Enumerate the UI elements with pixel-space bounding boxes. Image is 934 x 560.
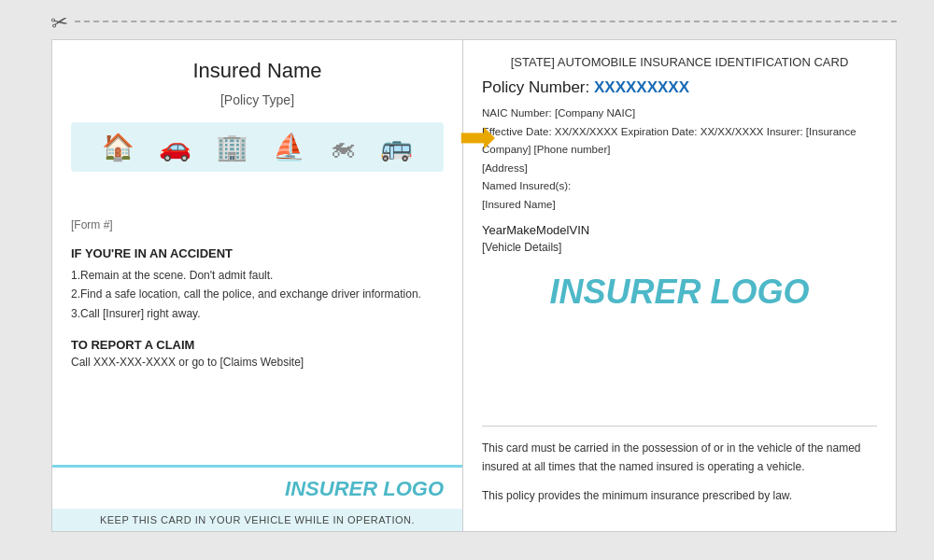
right-arrow-icon: ➡ xyxy=(459,115,496,160)
right-top-section: [STATE] AUTOMOBILE INSURANCE IDENTIFICAT… xyxy=(482,55,877,426)
accident-step-2: 2.Find a safe location, call the police,… xyxy=(71,285,444,303)
form-number: [Form #] xyxy=(71,218,444,231)
left-bottom-section: INSURER LOGO xyxy=(52,465,462,509)
scissors-icon: ✂ xyxy=(50,10,70,37)
dates-line: Effective Date: XX/XX/XXXX Expiration Da… xyxy=(482,123,877,160)
coverage-icon-bar: 🏠 🚗 🏢 ⛵ 🏍 🚌 xyxy=(71,122,444,172)
right-panel: [STATE] AUTOMOBILE INSURANCE IDENTIFICAT… xyxy=(463,40,896,531)
named-insured-name: [Insured Name] xyxy=(482,196,877,215)
arrow-container: ➡ xyxy=(459,115,496,160)
accident-step-3: 3.Call [Insurer] right away. xyxy=(71,304,444,323)
left-panel: ➡ Insured Name [Policy Type] 🏠 🚗 🏢 ⛵ 🏍 🚌… xyxy=(52,40,463,531)
claim-text: Call XXX-XXX-XXXX or go to [Claims Websi… xyxy=(71,356,444,369)
year-make-model: YearMakeModelVIN xyxy=(482,223,877,237)
car-icon: 🚗 xyxy=(159,132,191,162)
policy-number-label: Policy Number: xyxy=(482,78,594,96)
boat-icon: ⛵ xyxy=(273,132,305,162)
legal-text-1: This card must be carried in the possess… xyxy=(482,440,877,475)
home-icon: 🏠 xyxy=(102,132,134,162)
insured-name-heading: Insured Name xyxy=(62,59,453,83)
claim-title: TO REPORT A CLAIM xyxy=(71,338,444,352)
insurance-card-container: ➡ Insured Name [Policy Type] 🏠 🚗 🏢 ⛵ 🏍 🚌… xyxy=(51,39,897,532)
cut-line xyxy=(75,21,897,22)
left-top-section: Insured Name [Policy Type] 🏠 🚗 🏢 ⛵ 🏍 🚌 xyxy=(52,40,462,181)
policy-number-value: XXXXXXXXX xyxy=(594,78,689,96)
accident-steps: 1.Remain at the scene. Don't admit fault… xyxy=(71,266,444,323)
named-insured-label: Named Insured(s): xyxy=(482,177,877,196)
legal-text-2: This policy provides the minimum insuran… xyxy=(482,487,877,505)
vehicle-details: [Vehicle Details] xyxy=(482,241,877,254)
keep-card-bar: KEEP THIS CARD IN YOUR VEHICLE WHILE IN … xyxy=(52,509,462,531)
right-bottom-section: This card must be carried in the possess… xyxy=(482,426,877,516)
insurer-logo-left: INSURER LOGO xyxy=(71,477,444,501)
insurer-logo-right: INSURER LOGO xyxy=(482,273,877,312)
accident-step-1: 1.Remain at the scene. Don't admit fault… xyxy=(71,266,444,285)
policy-details: NAIC Number: [Company NAIC] Effective Da… xyxy=(482,105,877,214)
accident-title: IF YOU'RE IN AN ACCIDENT xyxy=(71,246,444,260)
rv-icon: 🚌 xyxy=(380,132,413,162)
naic-line: NAIC Number: [Company NAIC] xyxy=(482,105,877,123)
policy-number-line: Policy Number: XXXXXXXXX xyxy=(482,78,877,97)
building-icon: 🏢 xyxy=(216,132,248,162)
left-middle-section: [Form #] IF YOU'RE IN AN ACCIDENT 1.Rema… xyxy=(52,181,462,465)
policy-type-label: [Policy Type] xyxy=(62,92,453,107)
address-line: [Address] xyxy=(482,160,877,178)
state-title: [STATE] AUTOMOBILE INSURANCE IDENTIFICAT… xyxy=(482,55,877,69)
motorcycle-icon: 🏍 xyxy=(330,132,356,162)
